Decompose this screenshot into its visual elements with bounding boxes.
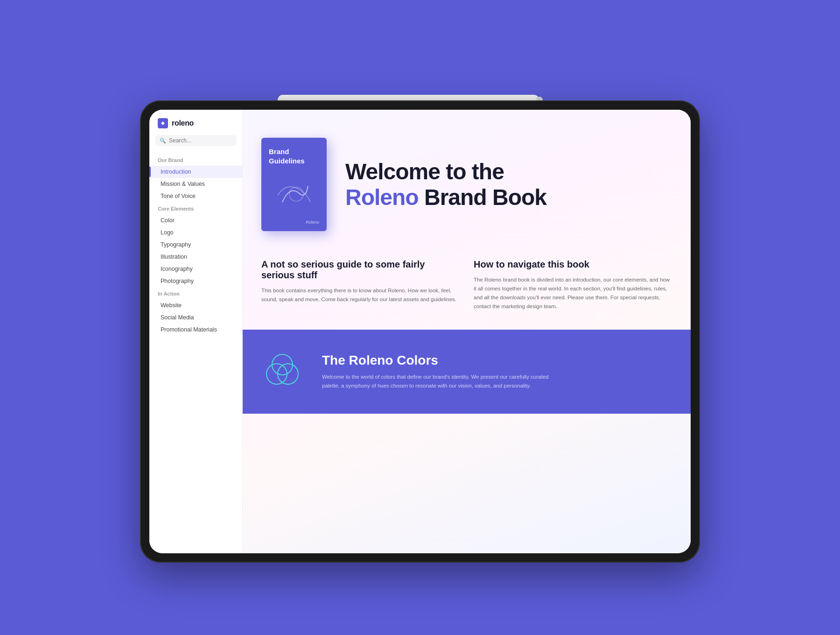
card-1-heading: A not so serious guide to some fairly se… [261, 259, 460, 281]
colors-icon [261, 350, 303, 394]
nav-item-website[interactable]: Website [149, 299, 242, 311]
hero-brand-name: Roleno [345, 185, 419, 210]
cards-row: A not so serious guide to some fairly se… [243, 259, 691, 330]
card-2: How to navigate this book The Roleno bra… [474, 259, 672, 311]
svg-point-0 [289, 187, 303, 201]
search-box[interactable]: 🔍 [155, 135, 237, 146]
nav-item-photography[interactable]: Photography [149, 275, 242, 287]
card-1-body: This book contains everything there is t… [261, 286, 460, 304]
nav-item-introduction[interactable]: Introduction [149, 166, 242, 178]
nav-item-promo[interactable]: Promotional Materials [149, 324, 242, 336]
colors-text: The Roleno Colors Welcome to the world o… [322, 353, 555, 390]
search-icon: 🔍 [160, 138, 166, 144]
svg-point-3 [278, 364, 298, 384]
card-1: A not so serious guide to some fairly se… [261, 259, 460, 311]
logo-icon [158, 118, 168, 128]
svg-point-1 [272, 354, 293, 375]
book-brand-label: Roleno [306, 220, 319, 225]
book-cover: BrandGuidelines Roleno [261, 138, 327, 231]
logo-text: roleno [172, 119, 194, 127]
nav-section-label: In Action [149, 287, 242, 299]
nav-item-typography[interactable]: Typography [149, 239, 242, 251]
ipad-screen: roleno 🔍 Our BrandIntroductionMission & … [149, 110, 691, 553]
nav-item-mission[interactable]: Mission & Values [149, 178, 242, 190]
scene: roleno 🔍 Our BrandIntroductionMission & … [140, 72, 700, 563]
nav-section-label: Our Brand [149, 154, 242, 166]
ipad-frame: roleno 🔍 Our BrandIntroductionMission & … [140, 100, 700, 563]
colors-section: The Roleno Colors Welcome to the world o… [243, 330, 691, 414]
search-input[interactable] [169, 137, 232, 144]
card-2-body: The Roleno brand book is divided into an… [474, 275, 672, 311]
colors-body: Welcome to the world of colors that defi… [322, 373, 555, 390]
card-2-heading: How to navigate this book [474, 259, 672, 270]
nav-item-illustration[interactable]: Illustration [149, 251, 242, 263]
book-cover-title: BrandGuidelines [269, 147, 305, 165]
sidebar: roleno 🔍 Our BrandIntroductionMission & … [149, 110, 243, 553]
nav-item-logo[interactable]: Logo [149, 226, 242, 239]
colors-heading: The Roleno Colors [322, 353, 555, 368]
logo-area: roleno [149, 118, 242, 135]
nav-item-social[interactable]: Social Media [149, 311, 242, 324]
hero-heading-part2: Brand Book [424, 185, 546, 210]
nav-section-label: Core Elements [149, 202, 242, 214]
hero-heading: Welcome to the Roleno Brand Book [345, 159, 663, 210]
svg-point-2 [266, 364, 287, 384]
main-content: BrandGuidelines Roleno [243, 110, 691, 553]
book-graphic [269, 165, 319, 220]
hero-section: BrandGuidelines Roleno [243, 110, 691, 259]
hero-heading-part1: Welcome to the [345, 159, 504, 184]
nav-item-color[interactable]: Color [149, 214, 242, 226]
hero-text: Welcome to the Roleno Brand Book [345, 159, 663, 210]
nav-container: Our BrandIntroductionMission & ValuesTon… [149, 154, 242, 336]
nav-item-tone[interactable]: Tone of Voice [149, 190, 242, 202]
nav-item-iconography[interactable]: Iconography [149, 263, 242, 275]
